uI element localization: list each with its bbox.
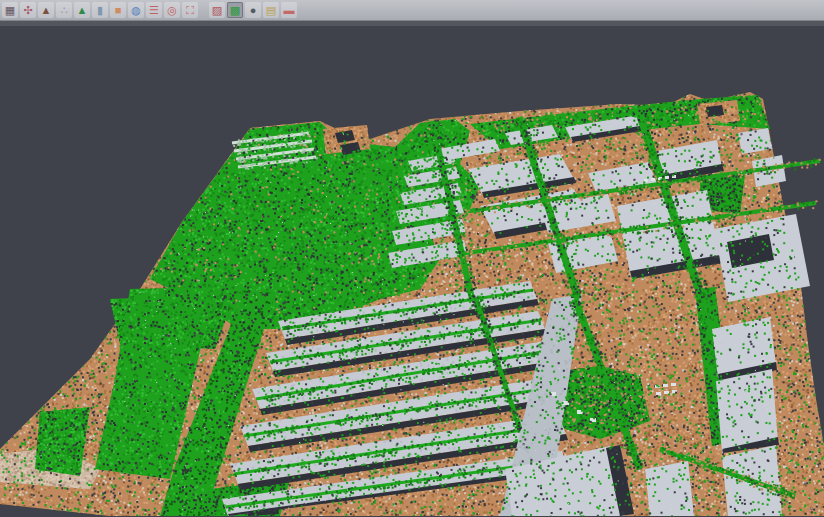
toolbar-icon-texture-panel: ▮ [97,2,103,18]
toolbar-icon-sparse-points: ∴ [61,2,68,18]
toolbar-icon-ruler: ▤ [266,2,276,18]
toolbar-button-ortho-tile[interactable]: ■ [110,2,126,18]
toolbar-icon-photo-disable: ▨ [212,2,222,18]
toolbar-icon-classified-view: ▩ [230,2,240,18]
toolbar-icon-align-points: ✣ [23,2,32,18]
toolbar-button-class-list[interactable]: ☰ [146,2,162,18]
toolbar-button-reset-view[interactable]: ▬ [281,2,297,18]
toolbar-button-photo-disable[interactable]: ▨ [209,2,225,18]
toolbar-button-mesh-terrain[interactable]: ▲ [74,2,90,18]
toolbar-icon-reset-view: ▬ [284,2,295,18]
toolbar-icon-rect-select: ⛶ [186,2,194,18]
toolbar-icon-circle-select: ◎ [167,2,177,18]
toolbar-icon-shaded-sphere: ● [250,2,257,18]
toolbar-icon-globe: ◍ [131,2,141,18]
model-viewport-3d-classified-point-cloud[interactable] [0,21,824,516]
toolbar-button-transform[interactable]: ▦ [2,2,18,18]
toolbar: ▦✣▲∴▲▮■◍☰◎⛶▨▩●▤▬ [0,0,824,21]
toolbar-icon-mesh-terrain: ▲ [77,2,88,18]
toolbar-icon-ortho-tile: ■ [115,2,122,18]
toolbar-button-sparse-points[interactable]: ∴ [56,2,72,18]
toolbar-button-shaded-sphere[interactable]: ● [245,2,261,18]
toolbar-button-globe[interactable]: ◍ [128,2,144,18]
toolbar-separator [200,2,207,18]
toolbar-button-circle-select[interactable]: ◎ [164,2,180,18]
toolbar-button-dense-cloud[interactable]: ▲ [38,2,54,18]
toolbar-icon-dense-cloud: ▲ [41,2,52,18]
toolbar-button-texture-panel[interactable]: ▮ [92,2,108,18]
toolbar-button-align-points[interactable]: ✣ [20,2,36,18]
toolbar-button-rect-select[interactable]: ⛶ [182,2,198,18]
toolbar-icon-transform: ▦ [5,2,15,18]
toolbar-button-ruler[interactable]: ▤ [263,2,279,18]
toolbar-icon-class-list: ☰ [149,2,159,18]
application-window: ▦✣▲∴▲▮■◍☰◎⛶▨▩●▤▬ [0,0,824,517]
toolbar-button-classified-view[interactable]: ▩ [227,2,243,18]
